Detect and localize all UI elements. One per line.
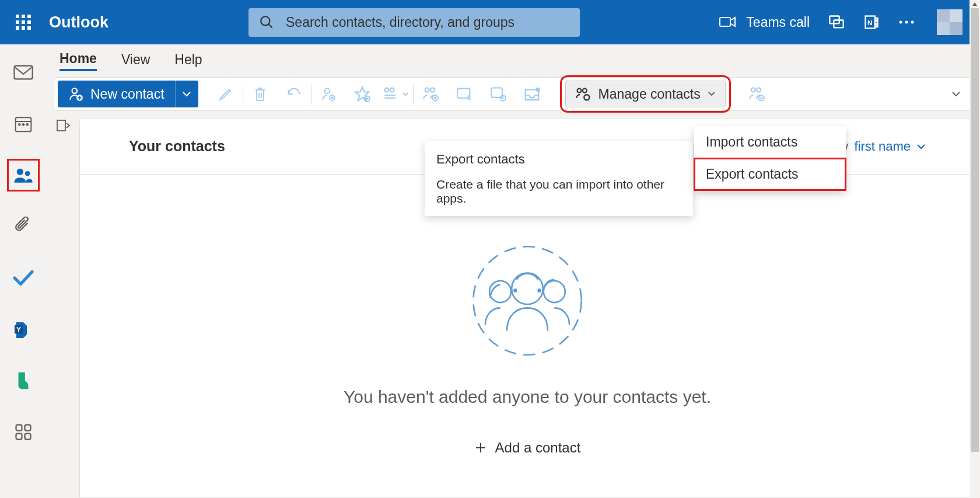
svg-point-53: [751, 88, 755, 92]
edit-button[interactable]: [209, 77, 243, 111]
svg-point-38: [390, 88, 394, 92]
star-plus-icon: [354, 86, 370, 102]
undo-button[interactable]: [277, 77, 311, 111]
add-contact-link[interactable]: Add a contact: [474, 440, 581, 456]
empty-text: You haven't added anyone to your contact…: [344, 387, 711, 407]
more-button[interactable]: [898, 19, 915, 25]
nav-yammer[interactable]: Y: [7, 313, 40, 346]
new-contact-main[interactable]: New contact: [58, 81, 175, 107]
teams-call-button[interactable]: Teams call: [719, 15, 810, 30]
svg-point-16: [26, 124, 28, 126]
waffle-icon: [16, 15, 31, 30]
svg-marker-3: [730, 18, 735, 26]
onenote-button[interactable]: N: [863, 14, 880, 30]
svg-rect-46: [457, 89, 470, 98]
brand-label: Outlook: [49, 13, 108, 32]
svg-line-1: [268, 24, 272, 28]
account-avatar[interactable]: [933, 6, 966, 39]
tab-view[interactable]: View: [121, 52, 150, 70]
people-plus-button[interactable]: [414, 77, 447, 111]
group-plus-icon: [422, 86, 439, 102]
toolbar-overflow-button[interactable]: [943, 90, 969, 97]
people-list-icon: [383, 87, 401, 101]
tab-help[interactable]: Help: [174, 52, 202, 70]
search-input[interactable]: [286, 15, 569, 30]
card-next-button[interactable]: [481, 77, 515, 111]
menu-import-contacts[interactable]: Import contacts: [694, 126, 846, 158]
new-contact-button[interactable]: New contact: [58, 81, 198, 107]
sort-by-button[interactable]: By first name: [834, 139, 926, 154]
delete-button[interactable]: [243, 77, 277, 111]
panel-title: Your contacts: [129, 138, 225, 155]
trash-icon: [253, 86, 267, 102]
nav-mail[interactable]: [7, 56, 40, 89]
svg-rect-2: [720, 18, 730, 26]
tab-home[interactable]: Home: [60, 51, 97, 71]
svg-point-15: [23, 124, 24, 126]
new-contact-label: New contact: [90, 86, 164, 102]
onenote-icon: N: [863, 14, 880, 30]
svg-marker-66: [972, 2, 977, 6]
svg-point-10: [911, 21, 914, 24]
add-favorite-person-button[interactable]: [312, 77, 345, 111]
menu-export-contacts[interactable]: Export contacts: [694, 158, 846, 190]
svg-point-37: [384, 88, 388, 92]
scroll-up-icon: [972, 1, 978, 7]
manage-contacts-button[interactable]: Manage contacts: [565, 81, 726, 107]
mail-icon: [13, 65, 33, 80]
toolbar: New contact: [54, 77, 973, 111]
chat-icon: [828, 14, 845, 30]
search-box[interactable]: [249, 8, 580, 37]
export-tooltip: Export contacts Create a file that you c…: [425, 141, 693, 216]
add-to-list-button[interactable]: [379, 77, 413, 111]
new-contact-dropdown[interactable]: [175, 81, 198, 107]
people-illustration-icon: [467, 243, 587, 358]
svg-text:N: N: [867, 19, 872, 26]
chevron-down-icon: [708, 91, 716, 97]
svg-point-49: [536, 88, 540, 92]
inbox-icon: [523, 86, 541, 102]
plus-icon: [474, 441, 487, 454]
collapse-pane: [47, 111, 79, 498]
tooltip-body: Create a file that you can import into o…: [436, 177, 681, 206]
svg-point-14: [19, 124, 20, 126]
svg-rect-22: [25, 425, 31, 431]
tab-bar: Home View Help: [47, 44, 980, 77]
yammer-icon: Y: [13, 319, 34, 340]
svg-rect-23: [16, 434, 22, 440]
sort-by-value: first name: [854, 139, 911, 154]
svg-point-42: [430, 88, 435, 92]
page-scrollbar[interactable]: [970, 0, 980, 498]
chevron-down-icon: [402, 92, 409, 96]
card-forward-icon: [456, 87, 473, 101]
group-minus-icon: [748, 86, 765, 102]
svg-point-52: [584, 95, 589, 100]
svg-text:Y: Y: [16, 326, 21, 334]
nav-people[interactable]: [7, 159, 40, 191]
svg-rect-57: [57, 120, 65, 131]
nav-calendar[interactable]: [7, 107, 40, 140]
scroll-thumb[interactable]: [971, 8, 979, 452]
app-launcher-button[interactable]: [0, 0, 47, 44]
svg-rect-11: [14, 66, 32, 79]
nav-bookings[interactable]: [7, 364, 40, 397]
nav-more-apps[interactable]: [7, 416, 40, 448]
svg-point-25: [72, 88, 78, 93]
chat-button[interactable]: [828, 14, 845, 30]
expand-icon: [56, 119, 70, 132]
nav-files[interactable]: [7, 210, 40, 243]
nav-todo[interactable]: [7, 262, 40, 294]
chevron-down-icon: [182, 91, 191, 97]
svg-point-58: [473, 246, 581, 354]
expand-button[interactable]: [56, 119, 70, 498]
person-add-icon: [321, 86, 336, 102]
remove-person-button[interactable]: [740, 77, 774, 111]
card-next-icon: [490, 86, 506, 102]
svg-point-62: [514, 289, 516, 291]
manage-contacts-menu: Import contacts Export contacts: [694, 126, 846, 190]
svg-point-29: [324, 88, 330, 93]
forward-button[interactable]: [447, 77, 481, 111]
ellipsis-icon: [898, 19, 915, 25]
inbox-button[interactable]: [515, 77, 549, 111]
add-favorite-button[interactable]: [345, 77, 379, 111]
